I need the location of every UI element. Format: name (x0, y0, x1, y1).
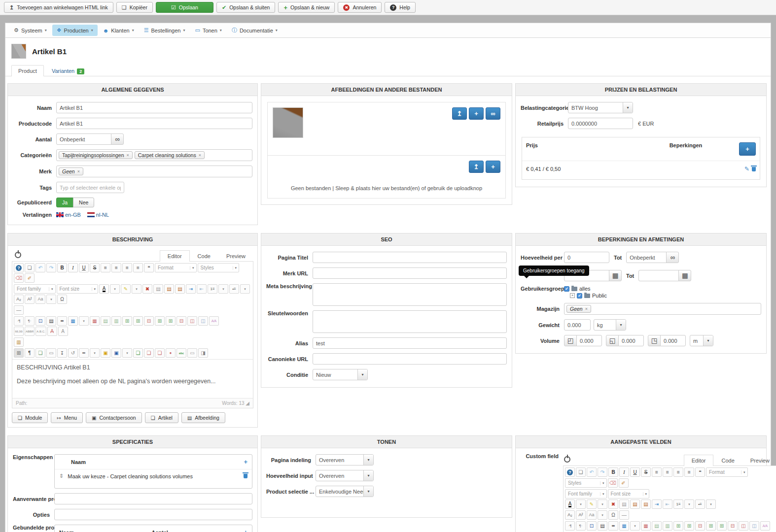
gewicht-unit-select[interactable]: kg ▾ (594, 319, 626, 331)
ins-text-icon[interactable]: A (58, 327, 68, 336)
tab-product[interactable]: Product (11, 65, 44, 76)
find-icon[interactable]: ∞ (608, 521, 618, 531)
styles-select[interactable]: Styles▾ (565, 478, 607, 488)
canonieke-url-input[interactable] (313, 353, 507, 365)
template-icon[interactable]: ❏ (133, 348, 143, 358)
dropdown-caret[interactable]: ▾ (684, 499, 694, 509)
ordered-list-icon[interactable]: 1≡ (673, 499, 683, 509)
insert-col-right-icon[interactable]: ⊞ (717, 521, 727, 531)
editor-insert-button[interactable]: ❏ Module (12, 412, 48, 423)
align-right-icon[interactable]: ≡ (122, 263, 132, 272)
align-justify-icon[interactable]: ≡ (684, 467, 694, 477)
refresh-icon[interactable]: ↺ (68, 348, 78, 358)
ligature-icon[interactable]: A⁄A (760, 521, 770, 531)
tags-input[interactable] (56, 182, 124, 193)
delete-eigenschap-icon[interactable] (244, 474, 247, 478)
align-center-icon[interactable]: ≡ (111, 263, 121, 272)
tab-editor[interactable]: Editor (160, 250, 190, 262)
bold-icon[interactable]: B (608, 467, 618, 477)
toggle-editor-icon[interactable] (564, 456, 570, 463)
add-bundel-button[interactable]: + (244, 529, 247, 532)
text-color-icon[interactable]: A (99, 284, 109, 294)
paste-icon[interactable]: ▤ (619, 499, 629, 509)
hoeveelheid-van-input[interactable] (564, 252, 609, 263)
merk-url-input[interactable] (313, 267, 507, 279)
align-left-icon[interactable]: ≡ (652, 467, 662, 477)
conditie-select[interactable]: Nieuw ▾ (313, 369, 368, 380)
dropdown-caret[interactable]: ▾ (598, 499, 607, 509)
print-icon[interactable]: ▤ (46, 316, 56, 326)
menu-item[interactable]: ▭ Tonen ▾ (190, 25, 226, 36)
resize-handle-icon[interactable]: ◢ (246, 400, 249, 406)
retailprijs-input[interactable] (568, 118, 633, 129)
format-select[interactable]: Format▾ (706, 467, 748, 477)
checkbox-public[interactable]: ✔ (577, 293, 582, 299)
outdent-icon[interactable]: ⇤ (663, 499, 672, 509)
menu-item[interactable]: ❖ Producten ▾ (52, 25, 98, 36)
indent-icon[interactable]: ⇥ (186, 284, 196, 294)
upload-image-button[interactable]: ↥ (452, 107, 467, 120)
link-icon[interactable]: ∞ (79, 348, 89, 358)
product-image[interactable] (273, 107, 303, 138)
indent-icon[interactable]: ⇥ (652, 499, 662, 509)
remove-chip-icon[interactable]: × (77, 169, 80, 174)
dropdown-caret[interactable]: ▾ (46, 295, 56, 304)
alias-input[interactable] (313, 337, 507, 349)
highlight-icon[interactable]: ✎ (121, 284, 131, 294)
expand-node-icon[interactable]: + (570, 293, 575, 298)
merge-cells-icon[interactable]: ◫ (198, 316, 208, 326)
image-dropzone[interactable]: ↥ + ∞ (268, 102, 505, 156)
table-icon[interactable]: ▦ (68, 316, 78, 326)
volume-unit-select[interactable]: m ▾ (690, 335, 713, 346)
format-select[interactable]: Format▾ (155, 263, 197, 272)
paragraph-right-icon[interactable]: ¶· (576, 521, 586, 531)
remove-chip-icon[interactable]: × (199, 153, 201, 158)
cut-icon[interactable]: ✖ (608, 499, 618, 509)
ligature-icon[interactable]: A⁄A (209, 316, 219, 326)
opties-input[interactable] (54, 509, 252, 520)
sleutelwoorden-textarea[interactable] (313, 310, 507, 333)
hr-insert-icon[interactable]: ▭ (187, 348, 197, 358)
anchor-icon[interactable]: ↧ (57, 348, 67, 358)
tab-preview[interactable]: Preview (218, 250, 253, 262)
split-cells-icon[interactable]: ◫ (187, 316, 197, 326)
font-family-select[interactable]: Font family▾ (565, 489, 607, 499)
paste-word-icon[interactable]: ▤ (630, 499, 640, 509)
pagina-indeling-select[interactable]: Overerven ▾ (316, 454, 374, 466)
quotes-icon[interactable]: 66,99 (14, 327, 24, 336)
toolbar-button[interactable]: ↥ Toevoegen aan winkelwagen HTML link (4, 2, 113, 13)
change-case-icon[interactable]: Aa (35, 295, 45, 304)
blockquote-icon[interactable]: ❝ (695, 467, 705, 477)
publish-no-button[interactable]: Nee (73, 198, 94, 207)
aanverwante-producten-input[interactable] (54, 493, 252, 504)
delete-table-icon[interactable]: ▦ (90, 316, 100, 326)
tab-preview[interactable]: Preview (742, 455, 776, 466)
restore-draft-icon[interactable]: ▥ (14, 337, 24, 347)
cleanup-icon[interactable]: ✐ (25, 273, 35, 283)
user-block-icon[interactable]: ● (166, 348, 176, 358)
superscript-icon[interactable]: A² (576, 510, 586, 520)
dropdown-caret[interactable]: ▾ (79, 316, 89, 326)
menu-item[interactable]: ☻ Klanten ▾ (99, 25, 139, 36)
change-case-icon[interactable]: Aa (587, 510, 597, 520)
hoeveelheid-input-select[interactable]: Overerven ▾ (316, 470, 374, 481)
subscript-icon[interactable]: A₂ (14, 295, 24, 304)
volume-length-input[interactable] (576, 335, 602, 346)
insert-col-left-icon[interactable]: ⊞ (706, 521, 716, 531)
add-image-button[interactable]: + (469, 107, 484, 120)
infinity-button[interactable]: ∞ (111, 133, 124, 145)
edit-price-icon[interactable]: ✎ (744, 166, 749, 172)
toolbar-button[interactable]: ☑ Opslaan (156, 2, 213, 13)
acronym-icon[interactable]: A.B.C. (35, 327, 46, 336)
tab-editor[interactable]: Editor (684, 455, 714, 466)
insert-row-above-icon[interactable]: ⊞ (673, 521, 683, 531)
table-cell-props-icon[interactable]: ▥ (663, 521, 672, 531)
menu-item[interactable]: ⓘ Documentatie ▾ (227, 25, 282, 36)
strikethrough-icon[interactable]: S (90, 263, 100, 272)
publish-yes-button[interactable]: Ja (56, 198, 73, 207)
eraser-icon[interactable]: ⌫ (608, 478, 618, 488)
translation-link-nl[interactable]: nl-NL (87, 212, 109, 218)
meta-beschrijving-textarea[interactable] (313, 283, 507, 306)
underline-icon[interactable]: U (79, 263, 89, 272)
pagina-titel-input[interactable] (313, 252, 507, 263)
